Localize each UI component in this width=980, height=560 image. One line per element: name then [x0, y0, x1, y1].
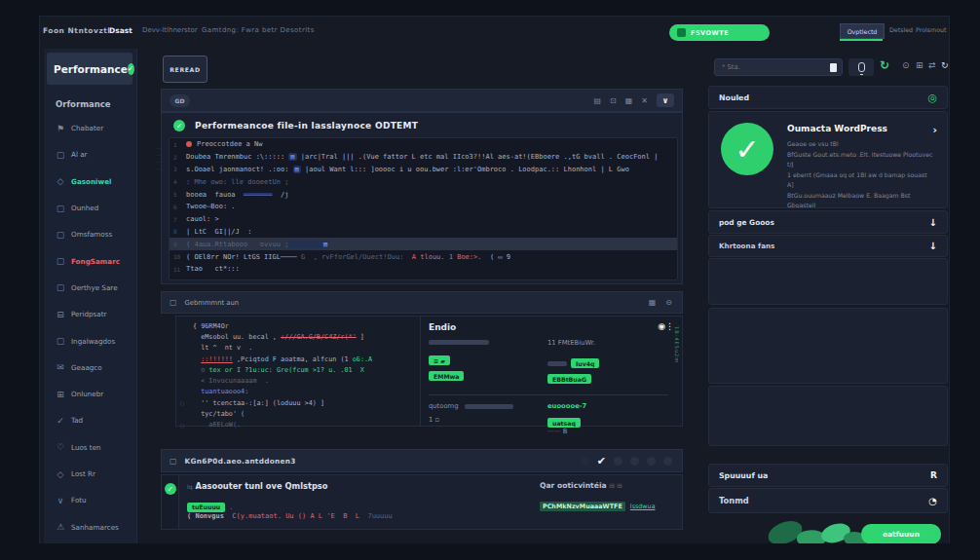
- nav-item-1[interactable]: Dsast: [109, 26, 132, 35]
- sidebar-item-label: Sanhamarces: [71, 523, 119, 532]
- save-icon[interactable]: ▤: [593, 96, 601, 105]
- tab-active-underline: [840, 39, 883, 41]
- code-line: 10( OEl8rr NOr! LtGS IIGL━━━━ G , rvFfor…: [170, 250, 677, 263]
- search-input[interactable]: [720, 62, 830, 72]
- tab-detailed[interactable]: Detsled: [889, 26, 913, 33]
- status-badge: EBBtBuaG: [547, 374, 591, 384]
- edit-icon[interactable]: ⊡: [610, 96, 617, 105]
- status-dot: [630, 457, 639, 466]
- status-badge: EMMwa: [429, 371, 464, 381]
- check-icon[interactable]: ✔: [597, 455, 606, 467]
- wordpress-detail-line: BtGu.ouumaauz Melbaow E. Baagam Bst Gboa…: [787, 191, 935, 211]
- code-line: eMsobol uu. becal , :///GA.G/B/C4Z/r(*' …: [176, 331, 420, 342]
- sidebar-item-label: Gasoniwel: [71, 177, 112, 186]
- link-pill-icon[interactable]: GD: [170, 94, 190, 107]
- clock-icon[interactable]: ⊙: [902, 60, 910, 70]
- sidebar-item-geaagco[interactable]: ✉Geaagco: [44, 355, 136, 381]
- sidebar-item-onlunebr[interactable]: ⊞Onlunebr: [44, 381, 136, 407]
- wordpress-details: Geaoe oe vsu tBlBfGuste Gout.ets.meto .E…: [787, 139, 935, 221]
- sidebar-item-lost-rr[interactable]: ◇Lost Rr: [44, 461, 136, 487]
- mic-button[interactable]: [848, 58, 874, 76]
- row-label: pod ge Gooos: [719, 218, 774, 227]
- r-icon[interactable]: R: [930, 470, 937, 480]
- wordpress-card: ✓ Oumacta WordPress › Geaoe oe vsu tBlBf…: [708, 111, 948, 208]
- code-editor-2[interactable]: { 96RM4Or eMsobol uu. becal , :///GA.G/B…: [176, 317, 420, 426]
- code-line: { 96RM4Or: [176, 320, 420, 331]
- badges-panel: 'ow tsls ✳% Rsduaal Ganddaoaoaeu ↺ ASMFu…: [708, 258, 948, 305]
- result-row: EMMwa EBBtBuaG: [429, 371, 668, 381]
- code-line: 6Twooe—Boo: .: [170, 201, 677, 213]
- tab-overview[interactable]: Ovptlectd: [840, 23, 885, 39]
- code-editor-1[interactable]: 1Preoccotdee a Nw2Doubea Tmrenmbuc :\:::…: [169, 137, 678, 280]
- chevron-right-icon[interactable]: ›: [932, 124, 937, 136]
- row-packages[interactable]: pod ge Gooos ↓: [708, 210, 948, 234]
- sidebar-item-al-ar[interactable]: ▢Al ar: [44, 141, 136, 168]
- sidebar-item-oerthye-sare[interactable]: ▢Oerthye Sare: [44, 275, 136, 301]
- sidebar-item-ounhed[interactable]: ▢Ounhed: [44, 195, 136, 221]
- sidebar-item-sanhamarces[interactable]: ⚠Sanhamarces: [44, 513, 136, 540]
- sidebar-header[interactable]: Performance ✓: [47, 53, 132, 85]
- row-tonmd[interactable]: Tonmd ◔: [708, 488, 948, 513]
- nav-item-2[interactable]: Devv-ltlhnerstor: [142, 26, 198, 34]
- status-dot: [647, 457, 656, 466]
- results-pane: Endio ◉⋮ 11 FMtEBiuWr. ≡ ▰ Iuv4q EMMwa E…: [420, 317, 682, 426]
- status-dot: [614, 457, 622, 466]
- mail-icon: ✉: [56, 362, 65, 372]
- checkbox-icon: ▢: [56, 282, 65, 292]
- metrics-panel: OfUMewn. VMa aet ≋%Gd tatoaaubda tBu uBa…: [708, 308, 948, 384]
- code-line: 2Doubea Tmrenmbuc :\::::: ▤ |arc|Tral ||…: [170, 151, 677, 164]
- sidebar-item-ingalwagdos[interactable]: ▢Ingalwagdos: [44, 327, 136, 354]
- sidebar-items: ⚑Chabater▢Al ar◇Gasoniwel▢Ounhed▢Omsfamo…: [44, 115, 136, 541]
- sidebar-item-chabater[interactable]: ⚑Chabater: [44, 115, 136, 141]
- reload-icon[interactable]: ↻: [941, 60, 949, 70]
- code-line: tyc/tabo' (: [176, 408, 420, 419]
- close-icon[interactable]: ✕: [641, 96, 648, 105]
- sidebar-item-gasoniwel[interactable]: ◇Gasoniwel: [44, 168, 136, 195]
- code-line: ▢ '' tcenctaa-:[a:] (loduuu >4) ]: [176, 397, 420, 408]
- tab-performance[interactable]: Prolsmout: [916, 26, 946, 33]
- row-speed[interactable]: Spuuuuf ua R: [708, 464, 948, 487]
- nav-item-3[interactable]: Gamtdng: Fwra betr Desotrlts: [202, 26, 315, 34]
- sidebar-item-peridpsatr[interactable]: ⊟Peridpsatr: [44, 301, 136, 327]
- sidebar-item-luos-ten[interactable]: ♡Luos ten: [44, 434, 136, 461]
- row-label: Tonmd: [719, 496, 749, 505]
- grid-icon[interactable]: ▦: [649, 298, 657, 307]
- block3-title: KGn6P0d.aeo.antddonen3: [185, 457, 296, 466]
- panel-nouled[interactable]: Nouled ◎: [708, 86, 948, 109]
- sidebar-item-tad[interactable]: ✓Tad: [44, 407, 136, 433]
- download-arrow-icon[interactable]: ↓: [929, 241, 937, 251]
- droplet-icon: ◔: [928, 496, 937, 506]
- code-line: 5booea fauoa ═══════ /j: [170, 188, 677, 201]
- result-row: ≡ ▰ Iuv4q: [429, 355, 668, 365]
- download-arrow-icon[interactable]: ↓: [929, 217, 937, 228]
- chevron-down-icon[interactable]: ∨: [657, 93, 674, 107]
- meta-link[interactable]: lssdwua: [630, 503, 656, 510]
- sidebar-title: Performance: [54, 63, 128, 75]
- code-line: ▢ aEELoW(.: [176, 420, 420, 430]
- sidebar-item-omsfamoss[interactable]: ▢Omsfamoss: [44, 221, 136, 247]
- window-icon[interactable]: ▦: [625, 96, 633, 105]
- reread-button[interactable]: REREAD: [163, 56, 207, 83]
- warning-icon: ⚠: [56, 522, 65, 532]
- error-line: ( Nonvgus C(y.muataot. Uu () A L 'E B L …: [187, 512, 393, 520]
- favorite-button[interactable]: FSVOWTE: [669, 24, 770, 41]
- calendar-icon: ⊞: [56, 390, 65, 399]
- search-box: [714, 58, 843, 76]
- refresh-green-icon[interactable]: ↻: [880, 58, 889, 72]
- swap-icon[interactable]: ⇄: [928, 60, 936, 70]
- code-line: 11Ttao ct*:::: [170, 263, 677, 276]
- row-fans[interactable]: Khrtoona fans ↓: [708, 235, 948, 257]
- test-badge: tuEuuuu: [187, 503, 225, 512]
- sidebar-item-fotu[interactable]: ∨Fotu: [44, 487, 136, 513]
- test-status-column: ✓: [162, 475, 179, 529]
- cursor-icon: [830, 63, 837, 72]
- sidebar-item-label: Ounhed: [71, 204, 98, 212]
- block2-toolbar: ▦ ⊖: [649, 298, 672, 307]
- collapse-icon[interactable]: ⊖: [665, 298, 672, 307]
- sidebar-item-label: Oerthye Sare: [71, 283, 118, 292]
- favorite-icon: [677, 28, 686, 37]
- checkbox-icon: ▢: [56, 256, 65, 266]
- grid-icon[interactable]: ⊞: [916, 60, 923, 70]
- cta-button[interactable]: eatfuuun: [861, 524, 941, 544]
- sidebar-item-fongsamarc[interactable]: ▢FongSamarc: [44, 247, 136, 274]
